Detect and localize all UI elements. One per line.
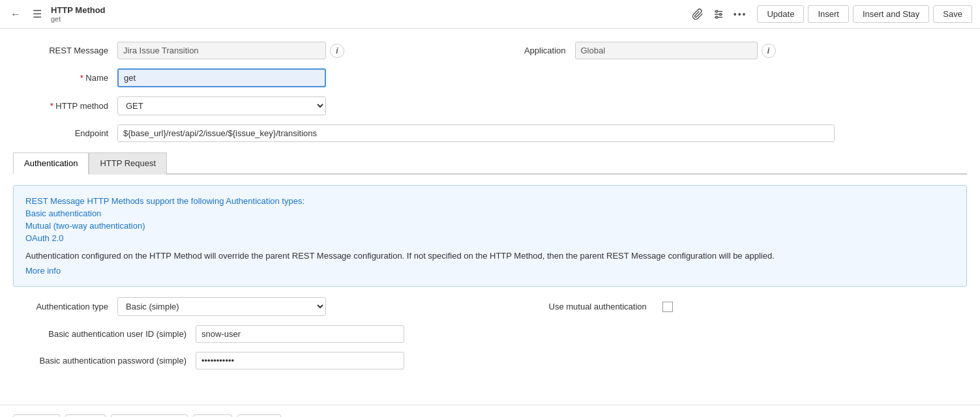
name-input[interactable] <box>117 68 326 87</box>
auth-type-col: Authentication type Basic (simple) OAuth… <box>13 297 432 316</box>
rest-message-row: REST Message i Application i <box>13 42 967 59</box>
password-row: Basic authentication password (simple) <box>13 352 967 369</box>
footer-save-button[interactable]: Save <box>193 414 232 417</box>
endpoint-input[interactable] <box>117 124 835 142</box>
user-id-label: Basic authentication user ID (simple) <box>13 329 196 339</box>
rest-message-info-icon[interactable]: i <box>330 44 344 58</box>
endpoint-label: Endpoint <box>13 128 117 138</box>
svg-point-4 <box>719 13 721 15</box>
svg-point-5 <box>715 16 717 18</box>
info-line2: Basic authentication <box>25 208 955 218</box>
user-id-input[interactable] <box>196 325 404 343</box>
name-label: Name <box>13 73 117 83</box>
auth-type-label: Authentication type <box>13 302 117 311</box>
header-actions: ••• Update Insert Insert and Stay Save <box>689 5 972 23</box>
http-method-row: HTTP method GET POST PUT PATCH DELETE <box>13 96 967 115</box>
tab-bar: Authentication HTTP Request <box>13 151 967 175</box>
info-line3: Mutual (two-way authentication) <box>25 221 955 231</box>
mutual-auth-label: Use mutual authentication <box>549 302 656 311</box>
attachment-icon[interactable] <box>689 6 706 23</box>
header-title-block: HTTP Method get <box>51 5 106 23</box>
page-title: HTTP Method <box>51 5 106 15</box>
info-line1: REST Message HTTP Methods support the fo… <box>25 196 955 206</box>
header: ← ☰ HTTP Method get ••• <box>0 0 980 29</box>
auth-type-row: Authentication type Basic (simple) OAuth… <box>13 297 967 316</box>
more-info-link[interactable]: More info <box>25 266 61 276</box>
info-line4: OAuth 2.0 <box>25 233 955 243</box>
footer: Update Insert Insert and Stay Save Delet… <box>0 405 980 417</box>
application-col: Application i <box>471 42 968 59</box>
application-info-icon[interactable]: i <box>762 44 776 58</box>
password-input[interactable] <box>196 352 404 369</box>
insert-button[interactable]: Insert <box>808 5 849 23</box>
http-method-label: HTTP method <box>13 101 117 111</box>
application-input[interactable] <box>575 42 758 59</box>
info-line5: Authentication configured on the HTTP Me… <box>25 251 955 261</box>
save-button[interactable]: Save <box>933 5 972 23</box>
info-box: REST Message HTTP Methods support the fo… <box>13 185 967 287</box>
authentication-tab-content: REST Message HTTP Methods support the fo… <box>13 185 967 392</box>
http-method-select[interactable]: GET POST PUT PATCH DELETE <box>117 96 326 115</box>
rest-message-input[interactable] <box>117 42 326 59</box>
more-options-icon[interactable]: ••• <box>731 7 750 22</box>
rest-message-col: REST Message i <box>13 42 471 59</box>
name-row: Name <box>13 68 967 87</box>
tab-http-request[interactable]: HTTP Request <box>89 152 167 175</box>
auth-type-select[interactable]: Basic (simple) OAuth 2.0 Mutual authenti… <box>117 297 326 316</box>
tab-authentication[interactable]: Authentication <box>13 152 89 175</box>
menu-button[interactable]: ☰ <box>30 5 44 23</box>
endpoint-row: Endpoint <box>13 124 967 142</box>
mutual-auth-checkbox[interactable] <box>662 302 673 312</box>
footer-insert-button[interactable]: Insert <box>65 414 106 417</box>
footer-update-button[interactable]: Update <box>13 414 60 417</box>
footer-delete-button[interactable]: Delete <box>237 414 282 417</box>
footer-insert-and-stay-button[interactable]: Insert and Stay <box>111 414 187 417</box>
back-button[interactable]: ← <box>8 6 23 23</box>
update-button[interactable]: Update <box>757 5 804 23</box>
rest-message-label: REST Message <box>13 46 117 55</box>
settings-icon[interactable] <box>710 6 727 23</box>
page-subtitle: get <box>51 15 106 23</box>
password-label: Basic authentication password (simple) <box>13 356 196 366</box>
header-icons: ••• <box>689 6 750 23</box>
main-content: REST Message i Application i Name HTTP m… <box>0 29 980 392</box>
application-label: Application <box>510 46 575 55</box>
insert-and-stay-button[interactable]: Insert and Stay <box>853 5 929 23</box>
user-id-row: Basic authentication user ID (simple) <box>13 325 967 343</box>
svg-point-3 <box>715 10 717 12</box>
mutual-auth-col: Use mutual authentication <box>432 302 968 312</box>
